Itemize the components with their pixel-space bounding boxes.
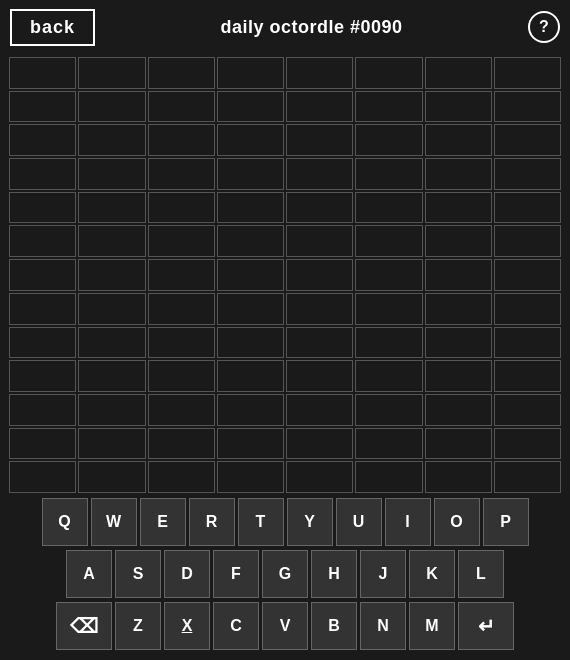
grid-cell — [148, 124, 215, 156]
key-y[interactable]: Y — [287, 498, 333, 546]
grid-cell — [217, 91, 284, 123]
grid-row — [8, 359, 562, 393]
grid-row — [8, 393, 562, 427]
back-button[interactable]: back — [10, 9, 95, 46]
grid-cell — [425, 461, 492, 493]
grid-cell — [286, 360, 353, 392]
key-i[interactable]: I — [385, 498, 431, 546]
grid-cell — [494, 327, 561, 359]
grid-cell — [217, 259, 284, 291]
grid-cell — [494, 57, 561, 89]
key-u[interactable]: U — [336, 498, 382, 546]
game-container: back daily octordle #0090 ? QWERTYUIOPAS… — [0, 0, 570, 660]
grid-cell — [425, 428, 492, 460]
key-b[interactable]: B — [311, 602, 357, 650]
grid-cell — [78, 428, 145, 460]
grid-cell — [9, 225, 76, 257]
grid-cell — [355, 192, 422, 224]
grid-cell — [78, 461, 145, 493]
grid-cell — [217, 293, 284, 325]
key-q[interactable]: Q — [42, 498, 88, 546]
grid-cell — [9, 259, 76, 291]
grid-cell — [286, 57, 353, 89]
key-l[interactable]: L — [458, 550, 504, 598]
key-h[interactable]: H — [311, 550, 357, 598]
grid-cell — [425, 394, 492, 426]
grid-cell — [355, 428, 422, 460]
grid-row — [8, 427, 562, 461]
grid-cell — [78, 293, 145, 325]
grid-cell — [148, 158, 215, 190]
grid-cell — [9, 360, 76, 392]
key-w[interactable]: W — [91, 498, 137, 546]
key-e[interactable]: E — [140, 498, 186, 546]
key-x[interactable]: X — [164, 602, 210, 650]
grid-row — [8, 56, 562, 90]
keyboard-row-2: ⌫ZXCVBNM↵ — [6, 602, 564, 650]
grid-cell — [78, 394, 145, 426]
key-j[interactable]: J — [360, 550, 406, 598]
grid-cell — [217, 124, 284, 156]
grid-cell — [217, 428, 284, 460]
grid-cell — [148, 192, 215, 224]
grid-cell — [78, 327, 145, 359]
key-r[interactable]: R — [189, 498, 235, 546]
grid-cell — [425, 57, 492, 89]
grid-cell — [494, 360, 561, 392]
grid-cell — [148, 293, 215, 325]
grid-cell — [286, 293, 353, 325]
game-grid — [0, 54, 570, 494]
key-c[interactable]: C — [213, 602, 259, 650]
grid-cell — [9, 124, 76, 156]
grid-cell — [494, 158, 561, 190]
key-n[interactable]: N — [360, 602, 406, 650]
help-button[interactable]: ? — [528, 11, 560, 43]
key-a[interactable]: A — [66, 550, 112, 598]
grid-cell — [148, 461, 215, 493]
grid-cell — [425, 293, 492, 325]
grid-cell — [9, 428, 76, 460]
grid-cell — [425, 327, 492, 359]
grid-cell — [9, 91, 76, 123]
grid-cell — [217, 360, 284, 392]
backspace-key[interactable]: ⌫ — [56, 602, 112, 650]
grid-cell — [425, 360, 492, 392]
key-v[interactable]: V — [262, 602, 308, 650]
grid-cell — [425, 124, 492, 156]
key-g[interactable]: G — [262, 550, 308, 598]
grid-cell — [286, 192, 353, 224]
grid-cell — [425, 225, 492, 257]
grid-cell — [494, 124, 561, 156]
grid-cell — [9, 461, 76, 493]
keyboard: QWERTYUIOPASDFGHJKL⌫ZXCVBNM↵ — [0, 494, 570, 660]
grid-cell — [286, 394, 353, 426]
grid-row — [8, 292, 562, 326]
key-f[interactable]: F — [213, 550, 259, 598]
grid-cell — [78, 360, 145, 392]
grid-cell — [355, 57, 422, 89]
key-o[interactable]: O — [434, 498, 480, 546]
grid-cell — [286, 461, 353, 493]
grid-row — [8, 123, 562, 157]
grid-cell — [217, 57, 284, 89]
keyboard-row-1: ASDFGHJKL — [6, 550, 564, 598]
grid-cell — [494, 394, 561, 426]
grid-cell — [148, 57, 215, 89]
grid-cell — [286, 124, 353, 156]
grid-row — [8, 460, 562, 494]
key-k[interactable]: K — [409, 550, 455, 598]
keyboard-row-0: QWERTYUIOP — [6, 498, 564, 546]
key-s[interactable]: S — [115, 550, 161, 598]
key-p[interactable]: P — [483, 498, 529, 546]
grid-cell — [78, 124, 145, 156]
grid-cell — [494, 91, 561, 123]
grid-cell — [286, 225, 353, 257]
key-d[interactable]: D — [164, 550, 210, 598]
key-z[interactable]: Z — [115, 602, 161, 650]
enter-key[interactable]: ↵ — [458, 602, 514, 650]
grid-cell — [148, 259, 215, 291]
grid-cell — [286, 327, 353, 359]
key-m[interactable]: M — [409, 602, 455, 650]
grid-cell — [148, 327, 215, 359]
key-t[interactable]: T — [238, 498, 284, 546]
